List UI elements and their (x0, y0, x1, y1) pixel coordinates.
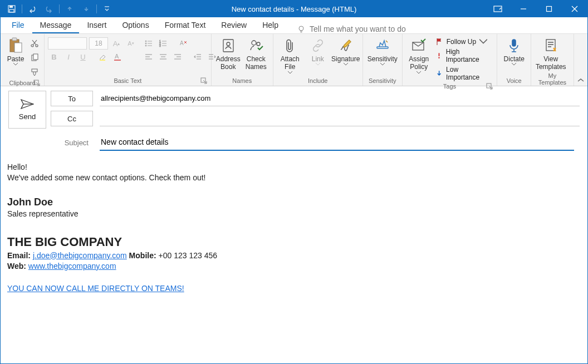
tags-launcher-icon[interactable] (486, 83, 493, 90)
assign-policy-button[interactable]: Assign Policy (406, 35, 432, 74)
low-importance-button[interactable]: Low Importance (433, 65, 493, 82)
check-names-button[interactable]: Check Names (243, 35, 270, 71)
link-button: Link (305, 35, 331, 66)
high-importance-button[interactable]: High Importance (433, 47, 493, 64)
group-templates-label: My Templates (535, 71, 570, 87)
send-button[interactable]: Send (8, 91, 46, 129)
ribbon-display-options-icon[interactable] (485, 1, 511, 17)
align-right-icon[interactable] (171, 51, 184, 63)
signature-contact-line: Email: j.doe@thebigcompany.com Mobile: +… (7, 250, 581, 261)
numbering-icon[interactable]: 123 (157, 37, 169, 50)
attach-file-button[interactable]: Attach File (277, 35, 303, 74)
svg-rect-1 (9, 6, 13, 8)
signature-email-link[interactable]: j.doe@thebigcompany.com (33, 251, 127, 260)
svg-rect-61 (512, 40, 516, 46)
tab-file[interactable]: File (4, 17, 32, 33)
tab-options[interactable]: Options (114, 17, 156, 33)
group-names-label: Names (215, 76, 270, 86)
align-center-icon[interactable] (157, 51, 169, 63)
subject-label: Subject (8, 139, 93, 147)
font-name-combo[interactable] (48, 37, 87, 50)
close-icon[interactable] (562, 1, 587, 17)
clear-formatting-icon[interactable]: A (177, 37, 189, 50)
next-icon (79, 1, 94, 17)
svg-rect-13 (12, 38, 17, 41)
svg-point-24 (145, 41, 146, 42)
collapse-ribbon-icon[interactable] (574, 34, 587, 86)
ribbon: Paste Clipboard 18 A (1, 34, 587, 86)
svg-text:A: A (180, 40, 184, 46)
to-button[interactable]: To (51, 91, 93, 106)
dictate-button[interactable]: Dictate (501, 35, 527, 66)
bullets-icon[interactable] (143, 37, 155, 50)
basic-text-launcher-icon[interactable] (200, 77, 208, 85)
svg-rect-4 (494, 6, 502, 12)
bold-icon[interactable]: B (48, 51, 60, 63)
svg-text:A: A (115, 53, 119, 60)
tab-insert[interactable]: Insert (79, 17, 114, 33)
decrease-indent-icon[interactable] (192, 51, 204, 63)
tell-me-search[interactable]: Tell me what you want to do (297, 24, 406, 33)
menu-bar: File Message Insert Options Format Text … (1, 17, 587, 34)
svg-rect-14 (14, 43, 22, 52)
cut-icon[interactable] (28, 37, 41, 50)
svg-rect-19 (32, 69, 37, 72)
to-field[interactable] (100, 91, 580, 106)
tab-help[interactable]: Help (254, 17, 286, 33)
font-size-combo[interactable]: 18 (89, 37, 108, 50)
svg-rect-21 (100, 60, 105, 61)
view-templates-button[interactable]: View Templates (535, 35, 567, 71)
shrink-font-icon[interactable]: A▾ (125, 37, 137, 50)
svg-rect-2 (9, 9, 14, 12)
undo-icon[interactable] (24, 1, 40, 17)
tell-me-label: Tell me what you want to do (310, 24, 406, 33)
underline-icon[interactable]: U (77, 51, 89, 63)
svg-rect-57 (377, 47, 388, 48)
svg-text:3: 3 (159, 44, 161, 47)
group-sensitivity-label: Sensitivity (366, 76, 399, 86)
signature-web-line: Web: www.thebigcompany.com (7, 261, 581, 272)
grow-font-icon[interactable]: A▴ (110, 37, 122, 50)
svg-point-56 (257, 42, 260, 46)
tab-format-text[interactable]: Format Text (157, 17, 214, 33)
address-book-button[interactable]: Address Book (215, 35, 242, 71)
svg-rect-6 (547, 7, 552, 12)
tab-review[interactable]: Review (213, 17, 254, 33)
cc-field[interactable] (100, 111, 580, 126)
format-painter-icon[interactable] (28, 66, 41, 78)
tab-message[interactable]: Message (32, 17, 80, 33)
svg-point-9 (299, 26, 303, 31)
svg-point-55 (252, 41, 256, 45)
increase-indent-icon[interactable] (206, 51, 218, 63)
redo-icon (41, 1, 57, 17)
subject-field[interactable] (100, 134, 574, 151)
message-body[interactable]: Hello! We've added some new contact opti… (1, 151, 587, 305)
group-tags-label: Tags (443, 83, 456, 90)
title-bar: New contact details - Message (HTML) (1, 1, 587, 17)
italic-icon[interactable]: I (62, 51, 75, 63)
signature-button[interactable]: Signature (332, 35, 359, 66)
paste-button[interactable]: Paste (4, 35, 27, 66)
signature-role: Sales representative (7, 209, 581, 219)
save-icon[interactable] (4, 1, 19, 17)
signature-web-link[interactable]: www.thebigcompany.com (28, 262, 116, 270)
maximize-icon[interactable] (536, 1, 562, 17)
svg-point-28 (145, 45, 146, 46)
font-color-icon[interactable]: A (111, 51, 124, 63)
group-clipboard-label: Clipboard (9, 80, 35, 86)
svg-rect-23 (114, 60, 121, 61)
align-left-icon[interactable] (143, 51, 155, 63)
teams-call-link[interactable]: YOU CAN NOW CALL ME DIRECTLY ON TEAMS! (7, 284, 184, 293)
signature-company: THE BIG COMPANY (7, 234, 581, 250)
group-voice-label: Voice (501, 76, 527, 86)
sensitivity-button[interactable]: Sensitivity (366, 35, 399, 66)
follow-up-button[interactable]: Follow Up (433, 37, 493, 46)
copy-icon[interactable] (28, 52, 41, 64)
body-intro: We've added some new contact options. Ch… (7, 173, 581, 183)
cc-button[interactable]: Cc (51, 111, 93, 126)
customize-qat-icon[interactable] (99, 1, 115, 17)
highlight-icon[interactable] (97, 51, 109, 63)
group-include-label: Include (277, 76, 359, 86)
minimize-icon[interactable] (511, 1, 536, 17)
clipboard-launcher-icon[interactable] (33, 80, 41, 87)
